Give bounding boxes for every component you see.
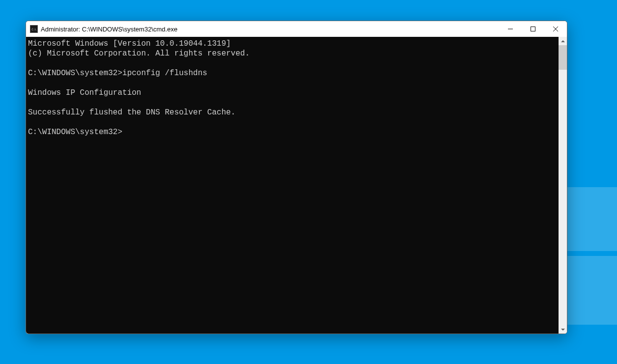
terminal-line [28, 98, 559, 108]
close-button[interactable] [544, 21, 567, 37]
titlebar[interactable]: Administrator: C:\WINDOWS\system32\cmd.e… [26, 21, 567, 37]
terminal-line: Successfully flushed the DNS Resolver Ca… [28, 108, 559, 117]
close-icon [553, 27, 558, 31]
scrollbar-thumb[interactable] [559, 45, 567, 70]
terminal-output[interactable]: Microsoft Windows [Version 10.0.19044.13… [26, 37, 559, 334]
scroll-up-button[interactable] [559, 37, 567, 45]
terminal-line: C:\WINDOWS\system32>ipconfig /flushdns [28, 68, 559, 78]
terminal-line [28, 58, 559, 68]
chevron-down-icon [561, 329, 565, 331]
cmd-window: Administrator: C:\WINDOWS\system32\cmd.e… [26, 21, 567, 334]
titlebar-controls [499, 21, 567, 37]
chevron-up-icon [561, 40, 565, 42]
maximize-button[interactable] [522, 21, 544, 37]
maximize-icon [531, 27, 535, 31]
terminal-container: Microsoft Windows [Version 10.0.19044.13… [26, 37, 567, 334]
scrollbar-track[interactable] [559, 45, 567, 325]
minimize-icon [508, 27, 513, 31]
terminal-line: (c) Microsoft Corporation. All rights re… [28, 49, 559, 58]
terminal-line: Windows IP Configuration [28, 88, 559, 98]
svg-rect-1 [531, 27, 535, 31]
terminal-line: Microsoft Windows [Version 10.0.19044.13… [28, 39, 559, 49]
terminal-line: C:\WINDOWS\system32> [28, 127, 559, 137]
vertical-scrollbar[interactable] [559, 37, 567, 334]
scroll-down-button[interactable] [559, 325, 567, 334]
minimize-button[interactable] [499, 21, 522, 37]
cmd-icon [30, 25, 38, 33]
terminal-line [28, 117, 559, 127]
terminal-line [28, 78, 559, 88]
window-title: Administrator: C:\WINDOWS\system32\cmd.e… [41, 26, 499, 33]
